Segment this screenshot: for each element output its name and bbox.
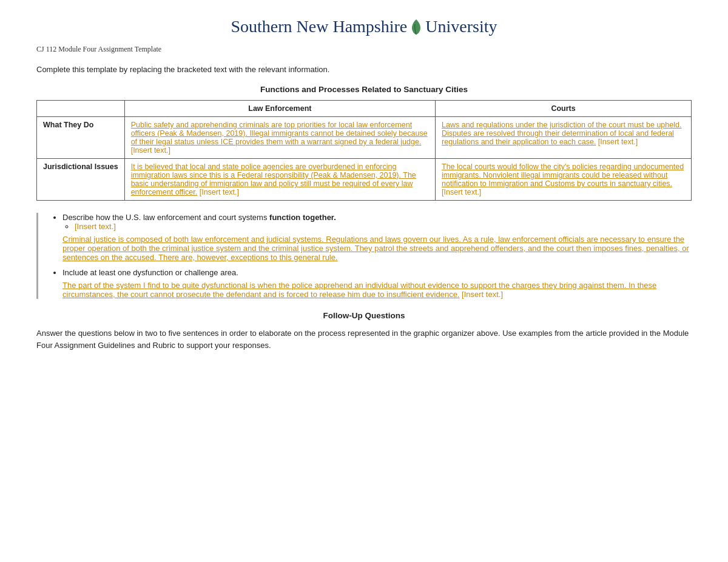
functions-table: Law Enforcement Courts What They Do Publ…	[36, 100, 692, 201]
logo-leaf-icon	[410, 18, 423, 35]
row2-law-bracket: [Insert text.]	[200, 188, 239, 196]
bullet-list-2: Include at least one dysfunction or chal…	[62, 268, 692, 277]
footer-instructions: Answer the questions below in two to fiv…	[36, 327, 692, 351]
bullet-item-2: Include at least one dysfunction or chal…	[62, 268, 692, 277]
assignment-title: CJ 112 Module Four Assignment Template	[36, 45, 692, 54]
row1-label: What They Do	[37, 117, 125, 159]
page: Southern New Hampshire University CJ 112…	[0, 0, 728, 562]
logo-text: Southern New Hampshire	[231, 18, 407, 35]
row2-law-text: It is believed that local and state poli…	[131, 162, 416, 196]
row1-law-cell: Public safety and apprehending criminals…	[124, 117, 435, 159]
logo-text2: University	[425, 18, 497, 35]
row2-courts-cell: The local courts would follow the city's…	[436, 159, 692, 201]
row1-courts-bracket: [Insert text.]	[598, 138, 638, 146]
sub-bullet-list: [Insert text.]	[75, 222, 692, 231]
bullet-section: Describe how the U.S. law enforcement an…	[36, 213, 692, 299]
snhu-logo: Southern New Hampshire University	[36, 18, 692, 35]
item1-body-text: Criminal justice is composed of both law…	[62, 235, 689, 262]
follow-up-heading: Follow-Up Questions	[36, 311, 692, 320]
sub-bullet-item-1: [Insert text.]	[75, 222, 692, 231]
col-law-header: Law Enforcement	[124, 101, 435, 117]
table-section-heading: Functions and Processes Related to Sanct…	[36, 85, 692, 94]
row2-courts-text: The local courts would follow the city's…	[442, 162, 684, 188]
bullet-item-1: Describe how the U.S. law enforcement an…	[62, 213, 692, 231]
row2-courts-bracket: [Insert text.]	[442, 188, 481, 196]
bullet-list: Describe how the U.S. law enforcement an…	[62, 213, 692, 231]
row1-courts-cell: Laws and regulations under the jurisdict…	[436, 117, 692, 159]
row1-courts-text: Laws and regulations under the jurisdict…	[442, 121, 681, 146]
row2-law-cell: It is believed that local and state poli…	[124, 159, 435, 201]
col-courts-header: Courts	[436, 101, 692, 117]
item2-body-text: The part of the system I find to be quit…	[62, 281, 656, 299]
header: Southern New Hampshire University	[36, 18, 692, 35]
sub-bracket: [Insert text.]	[75, 222, 116, 231]
row1-law-bracket: [Insert text.]	[131, 146, 170, 155]
item2-bracket: [Insert text.]	[462, 290, 503, 299]
table-row: Jurisdictional Issues It is believed tha…	[37, 159, 692, 201]
row2-label: Jurisdictional Issues	[37, 159, 125, 201]
row1-law-text: Public safety and apprehending criminals…	[131, 121, 428, 146]
table-row: What They Do Public safety and apprehend…	[37, 117, 692, 159]
instructions-text: Complete this template by replacing the …	[36, 65, 692, 74]
col-empty-header	[37, 101, 125, 117]
